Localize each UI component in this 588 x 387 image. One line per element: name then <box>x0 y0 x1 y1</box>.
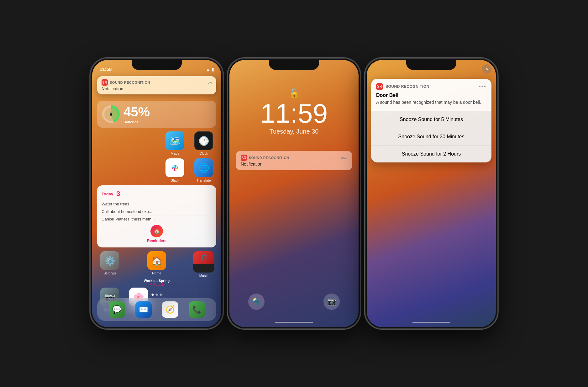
dock-1: 💬 ✉️ 🧭 📞 <box>97 298 216 321</box>
expanded-notif-header: SR SOUND RECOGNITION ••• <box>376 83 486 90</box>
snooze-2-hours-button[interactable]: Snooze Sound for 2 Hours <box>371 145 491 162</box>
home-reminder-icon: 🏠 <box>150 225 163 237</box>
lock-sound-recognition-icon: SR <box>241 155 247 161</box>
battery-icon: ▮ <box>212 67 214 72</box>
notification-banner-1[interactable]: SR SOUND RECOGNITION now Notification <box>97 76 216 94</box>
notch-1 <box>132 60 182 70</box>
battery-circle-inner: 📱 <box>104 108 118 121</box>
phone-app[interactable]: 📞 <box>184 301 209 318</box>
status-time-1: 11:58 <box>100 66 112 72</box>
lock-notif-app-name: SOUND RECOGNITION <box>249 156 289 160</box>
notif-time-1: now <box>206 81 212 84</box>
home-icon-app: 🏠 <box>147 251 166 270</box>
notif-header-1: SR SOUND RECOGNITION now <box>102 79 212 86</box>
snooze-30-label: Snooze Sound for 30 Minutes <box>398 134 465 139</box>
flashlight-button[interactable]: 🔦 <box>248 294 265 310</box>
expanded-notification[interactable]: SR SOUND RECOGNITION ••• Door Bell A sou… <box>371 79 491 162</box>
app-row-1: 🗺️ Maps 🕐 Clock <box>97 131 216 155</box>
clock-icon-app: 🕐 <box>194 131 213 150</box>
snooze-5-minutes-button[interactable]: Snooze Sound for 5 Minutes <box>371 111 491 128</box>
maps-icon: 🗺️ <box>165 131 184 150</box>
maps-app[interactable]: 🗺️ Maps <box>162 131 187 155</box>
safari-app[interactable]: 🧭 <box>158 301 183 318</box>
home-indicator-3 <box>412 322 450 323</box>
home-label: Home <box>152 271 161 275</box>
translate-label: Translate <box>197 178 211 182</box>
settings-icon-app: ⚙️ <box>100 251 119 270</box>
lock-notif-header: SR SOUND RECOGNITION now <box>241 155 347 161</box>
phone-2: 🔓 11:59 Tuesday, June 30 SR SOUND RECOGN… <box>228 59 360 328</box>
music-info: Workout Spring M Potuck <box>97 279 216 286</box>
lock-notif-body: Notification <box>241 162 347 167</box>
dot-1 <box>152 294 154 296</box>
safari-icon: 🧭 <box>162 301 178 318</box>
notif-body-1: Notification <box>102 86 212 91</box>
dot-2 <box>156 294 158 296</box>
phone-1: 11:58 ▲ ▮ SR SOUND RECOGNITION now Notif… <box>91 59 223 328</box>
expanded-icon-label: SR <box>377 84 382 89</box>
mail-app[interactable]: ✉️ <box>131 301 156 318</box>
lock-icon: 🔓 <box>229 88 359 98</box>
snooze-30-minutes-button[interactable]: Snooze Sound for 30 Minutes <box>371 128 491 145</box>
close-icon: × <box>485 66 488 72</box>
notif-app-name-1: SOUND RECOGNITION <box>110 81 150 84</box>
music-title: Workout Spring <box>97 279 216 283</box>
close-notification-button[interactable]: × <box>482 64 491 74</box>
lock-date-display: Tuesday, June 30 <box>229 128 359 135</box>
app-row-3: ⚙️ Settings 🏠 Home 🎵 ♪ Music <box>97 251 216 278</box>
dot-3 <box>160 294 162 296</box>
slack-app[interactable]: Slack <box>162 158 187 182</box>
reminder-item-2[interactable]: Call about homestead exe... <box>102 208 212 215</box>
messages-icon: 💬 <box>109 301 125 318</box>
messages-app[interactable]: 💬 <box>104 301 129 318</box>
home-app[interactable]: 🏠 Home <box>144 251 169 278</box>
notification-more-options[interactable]: ••• <box>479 83 486 90</box>
battery-percent: 45% <box>123 104 150 119</box>
snooze-2hours-label: Snooze Sound for 2 Hours <box>402 151 461 156</box>
lock-screen-time: 🔓 11:59 Tuesday, June 30 <box>229 88 359 135</box>
notification-description: A sound has been recognized that may be … <box>376 99 486 106</box>
status-icons-1: ▲ ▮ <box>206 67 214 72</box>
music-app[interactable]: 🎵 ♪ Music <box>191 251 216 278</box>
slack-label: Slack <box>171 178 179 182</box>
clock-app[interactable]: 🕐 Clock <box>191 131 216 155</box>
slack-icon <box>165 158 184 177</box>
batteries-widget: 📱 45% Batteries <box>97 101 216 128</box>
svg-rect-0 <box>170 162 180 173</box>
lock-notif-icon-label: SR <box>241 156 246 160</box>
reminder-item-1[interactable]: Water the trees <box>102 200 212 208</box>
reminders-section-label: Reminders <box>102 239 212 243</box>
mail-icon: ✉️ <box>135 301 152 318</box>
music-card: 🎵 ♪ <box>193 251 214 273</box>
lock-notif-app-info: SR SOUND RECOGNITION <box>241 155 289 161</box>
reminders-widget: Today 3 Water the trees Call about homes… <box>97 185 216 247</box>
wifi-icon: ▲ <box>206 67 210 72</box>
notch-2 <box>269 60 319 70</box>
translate-icon-app: 🌐 <box>194 158 213 177</box>
app-row-2: Slack 🌐 Translate <box>97 158 216 182</box>
expanded-app-name: SOUND RECOGNITION <box>386 84 429 89</box>
phone-3: × SR SOUND RECOGNITION ••• Door Bell A s… <box>365 59 497 328</box>
home-indicator-2 <box>275 322 313 323</box>
lock-bottom-controls: 🔦 📷 <box>229 294 359 310</box>
sound-recognition-icon-1: SR <box>102 79 108 86</box>
camera-button[interactable]: 📷 <box>323 294 340 310</box>
settings-app[interactable]: ⚙️ Settings <box>97 251 122 278</box>
notification-title: Door Bell <box>376 93 486 98</box>
translate-app[interactable]: 🌐 Translate <box>191 158 216 182</box>
notif-app-info-1: SR SOUND RECOGNITION <box>102 79 150 86</box>
reminder-item-3[interactable]: Cancel Planet Fitness mem... <box>102 215 212 223</box>
clock-label: Clock <box>199 151 208 155</box>
phone-icon: 📞 <box>189 301 205 318</box>
music-artist: M Potuck <box>97 283 216 286</box>
notch-3 <box>406 60 456 70</box>
lock-time-display: 11:59 <box>229 100 359 127</box>
music-label: Music <box>199 274 208 278</box>
reminders-count: 3 <box>116 190 120 198</box>
widget-area-1: 📱 45% Batteries 🗺️ Maps 🕐 Clock <box>97 101 216 315</box>
notif-icon-label: SR <box>102 81 107 84</box>
battery-circle: 📱 <box>102 105 120 123</box>
notif-main-body: SR SOUND RECOGNITION ••• Door Bell A sou… <box>371 79 491 111</box>
lock-notification[interactable]: SR SOUND RECOGNITION now Notification <box>236 151 352 170</box>
batteries-label: Batteries <box>123 120 150 124</box>
